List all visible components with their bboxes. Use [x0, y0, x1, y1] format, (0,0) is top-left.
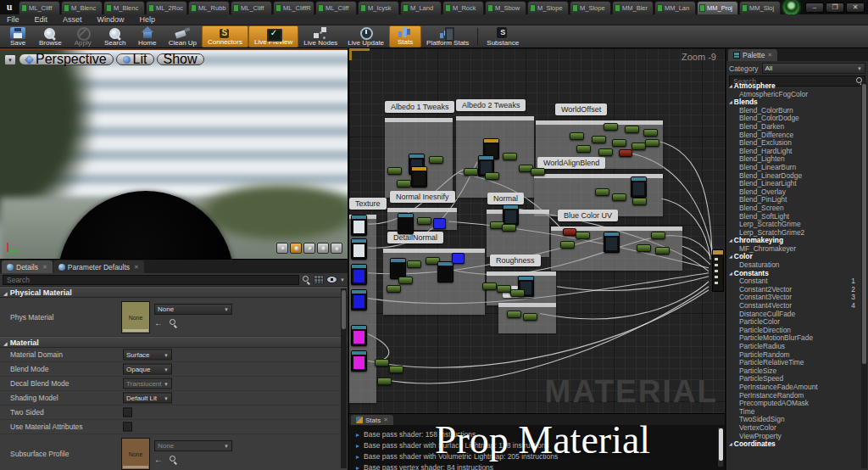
graph-node-green[interactable]: [387, 167, 402, 175]
blend-mode-dropdown[interactable]: Opaque▼: [123, 364, 172, 375]
asset-tab-m-slope[interactable]: M_Slope: [527, 1, 569, 14]
graph-node-green[interactable]: [637, 244, 651, 252]
toolbar-save-button[interactable]: Save: [2, 25, 34, 48]
graph-node-green[interactable]: [398, 277, 413, 284]
graph-node-green[interactable]: [485, 172, 499, 180]
asset-tab-ml-cliffr[interactable]: ML_CliffR: [273, 1, 314, 14]
asset-tab-ml-cliff[interactable]: ML_Cliff: [315, 1, 357, 14]
tab-parameter-defaults[interactable]: Parameter Defaults✕: [53, 260, 144, 273]
graph-node-tex-magenta[interactable]: [351, 325, 367, 346]
close-icon[interactable]: ✕: [42, 264, 47, 271]
tab-palette[interactable]: Palette ✕: [728, 49, 777, 61]
two-sided-checkbox[interactable]: [123, 408, 132, 417]
graph-node-green[interactable]: [523, 313, 537, 321]
browse-to-asset-icon[interactable]: [169, 318, 178, 327]
graph-node-tex-dark[interactable]: [437, 261, 453, 283]
viewport-perspective-button[interactable]: Perspective: [19, 53, 114, 65]
graph-node-green[interactable]: [482, 283, 497, 290]
graph-node-green[interactable]: [595, 188, 609, 196]
graph-node-red[interactable]: [619, 149, 632, 157]
visibility-eye-icon[interactable]: [326, 276, 337, 283]
graph-node-red[interactable]: [563, 228, 576, 236]
use-selected-icon[interactable]: ←: [154, 320, 163, 327]
material-graph-panel[interactable]: Zoom -9 Albedo 1 TweaksAlbedo 2 TweaksWo…: [348, 48, 725, 413]
graph-node-green[interactable]: [625, 126, 639, 133]
viewport-show-button[interactable]: Show: [157, 53, 204, 65]
asset-tab-m-rock[interactable]: M_Rock: [442, 1, 484, 14]
restore-button[interactable]: ❐: [826, 3, 844, 13]
toolbar-stats-button[interactable]: Stats: [389, 25, 421, 48]
close-icon[interactable]: ✕: [134, 264, 139, 271]
material-domain-dropdown[interactable]: Surface▼: [123, 350, 172, 361]
graph-node-green[interactable]: [632, 143, 646, 150]
graph-node-tex-orange[interactable]: [411, 166, 427, 187]
graph-node-green[interactable]: [531, 168, 545, 176]
asset-tab-m-land[interactable]: M_Land: [400, 1, 442, 14]
toolbar-platform-stats-button[interactable]: Platform Stats: [421, 25, 474, 48]
toolbar-substance-button[interactable]: Substance: [481, 25, 524, 48]
section-header-physical-material[interactable]: Physical Material: [0, 287, 348, 298]
graph-node-green[interactable]: [497, 285, 511, 293]
graph-node-green[interactable]: [510, 289, 525, 297]
asset-tab-m-blenc[interactable]: M_Blenc: [61, 1, 103, 14]
graph-node-green[interactable]: [632, 198, 647, 205]
close-icon[interactable]: ✕: [767, 52, 772, 59]
graph-node-tex-blue[interactable]: [351, 289, 367, 311]
menu-file[interactable]: File: [7, 15, 19, 24]
graph-node-green[interactable]: [464, 168, 478, 176]
details-search-input[interactable]: [3, 275, 299, 285]
preview-shape-teapot-button[interactable]: [331, 243, 342, 254]
graph-node-blue-sq[interactable]: [433, 218, 446, 229]
details-scrollbar[interactable]: [341, 288, 347, 468]
menu-asset[interactable]: Asset: [63, 15, 82, 24]
graph-node-green[interactable]: [576, 232, 590, 239]
graph-node-green[interactable]: [389, 366, 403, 373]
asset-tab-ml-cliff[interactable]: ML_Cliff: [231, 1, 272, 14]
palette-scrollbar[interactable]: [861, 82, 867, 468]
use-selected-icon[interactable]: ←: [154, 456, 163, 463]
shading-model-dropdown[interactable]: Default Lit▼: [123, 393, 172, 404]
preview-shape-plane-button[interactable]: [303, 243, 315, 254]
toolbar-live-preview-button[interactable]: Live Preview: [248, 25, 298, 48]
graph-node-green[interactable]: [429, 156, 443, 164]
close-button[interactable]: ✕: [846, 3, 865, 13]
minimize-button[interactable]: –: [805, 3, 824, 13]
graph-node-green[interactable]: [576, 145, 591, 153]
asset-tab-mm-lan[interactable]: MM_Lan: [654, 1, 696, 14]
graph-node-green[interactable]: [507, 311, 521, 318]
asset-tab-m-sbow[interactable]: M_Sbow: [485, 1, 526, 14]
graph-node-green[interactable]: [612, 193, 626, 201]
graph-node-tex-white[interactable]: [351, 238, 367, 260]
graph-node-green[interactable]: [604, 123, 618, 131]
graph-node-green[interactable]: [570, 132, 584, 140]
graph-node-tex-white[interactable]: [351, 215, 367, 236]
preview-shape-cube-button[interactable]: [317, 243, 329, 254]
graph-node-green[interactable]: [655, 247, 670, 255]
menu-edit[interactable]: Edit: [35, 15, 48, 24]
graph-node-green[interactable]: [377, 378, 392, 385]
preview-shape-sphere-button[interactable]: [290, 243, 302, 254]
asset-tab-m-blenc[interactable]: M_Blenc: [103, 1, 145, 14]
graph-node-green[interactable]: [407, 260, 421, 268]
graph-node-tex-teal[interactable]: [503, 204, 519, 226]
toolbar-connectors-button[interactable]: Connectors: [202, 25, 248, 48]
asset-tab-m-icysk[interactable]: M_Icysk: [358, 1, 399, 14]
graph-node-blue-sq[interactable]: [452, 253, 465, 264]
browse-to-asset-icon[interactable]: [169, 455, 178, 464]
material-output-node[interactable]: [712, 249, 724, 292]
toolbar-clean-up-button[interactable]: Clean Up: [164, 25, 202, 48]
palette-category-coordinates[interactable]: Coordinates: [726, 440, 860, 449]
viewport-lit-button[interactable]: Lit: [116, 53, 154, 65]
preview-viewport[interactable]: ▼ PerspectiveLitShow: [0, 48, 348, 259]
toolbar-home-button[interactable]: Home: [131, 25, 164, 48]
graph-node-green[interactable]: [503, 153, 517, 160]
graph-node-green[interactable]: [643, 129, 658, 137]
asset-tab-ml-rubb[interactable]: ML_Rubb: [188, 1, 230, 14]
menu-help[interactable]: Help: [140, 15, 156, 24]
subsurface-profile-thumbnail[interactable]: None: [121, 438, 150, 470]
toolbar-live-update-button[interactable]: Live Update: [342, 25, 389, 48]
phys-material-thumbnail[interactable]: None: [121, 301, 150, 333]
asset-tab-ml-2roc[interactable]: ML_2Roc: [146, 1, 187, 14]
graph-node-green[interactable]: [417, 217, 431, 225]
section-header-material[interactable]: Material: [0, 337, 348, 348]
